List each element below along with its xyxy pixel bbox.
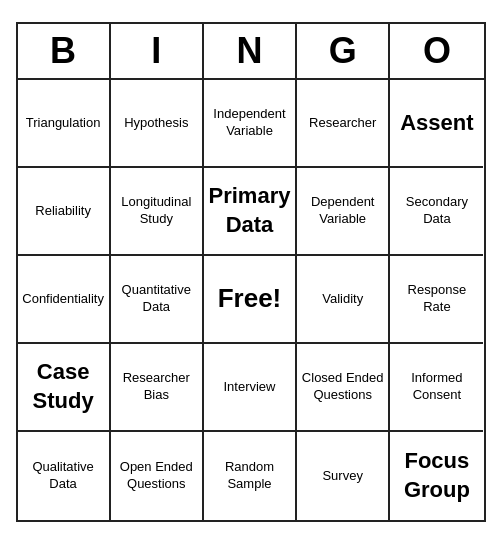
bingo-cell-18: Closed Ended Questions bbox=[297, 344, 390, 432]
bingo-cell-21: Open Ended Questions bbox=[111, 432, 204, 520]
bingo-cell-22: Random Sample bbox=[204, 432, 297, 520]
bingo-cell-2: Independent Variable bbox=[204, 80, 297, 168]
bingo-cell-9: Secondary Data bbox=[390, 168, 483, 256]
bingo-cell-7: Primary Data bbox=[204, 168, 297, 256]
bingo-cell-15: Case Study bbox=[18, 344, 111, 432]
bingo-cell-4: Assent bbox=[390, 80, 483, 168]
bingo-cell-24: Focus Group bbox=[390, 432, 483, 520]
bingo-cell-19: Informed Consent bbox=[390, 344, 483, 432]
bingo-letter-i: I bbox=[111, 24, 204, 78]
bingo-card: BINGO TriangulationHypothesisIndependent… bbox=[16, 22, 486, 522]
bingo-cell-10: Confidentiality bbox=[18, 256, 111, 344]
bingo-cell-3: Researcher bbox=[297, 80, 390, 168]
bingo-grid: TriangulationHypothesisIndependent Varia… bbox=[18, 80, 484, 520]
bingo-letter-b: B bbox=[18, 24, 111, 78]
bingo-cell-6: Longitudinal Study bbox=[111, 168, 204, 256]
bingo-cell-16: Researcher Bias bbox=[111, 344, 204, 432]
bingo-letter-o: O bbox=[390, 24, 483, 78]
bingo-cell-12: Free! bbox=[204, 256, 297, 344]
bingo-cell-20: Qualitative Data bbox=[18, 432, 111, 520]
bingo-cell-11: Quantitative Data bbox=[111, 256, 204, 344]
bingo-cell-13: Validity bbox=[297, 256, 390, 344]
bingo-cell-8: Dependent Variable bbox=[297, 168, 390, 256]
bingo-letter-g: G bbox=[297, 24, 390, 78]
bingo-cell-14: Response Rate bbox=[390, 256, 483, 344]
bingo-letter-n: N bbox=[204, 24, 297, 78]
bingo-cell-5: Reliability bbox=[18, 168, 111, 256]
bingo-header: BINGO bbox=[18, 24, 484, 80]
bingo-cell-23: Survey bbox=[297, 432, 390, 520]
bingo-cell-17: Interview bbox=[204, 344, 297, 432]
bingo-cell-0: Triangulation bbox=[18, 80, 111, 168]
bingo-cell-1: Hypothesis bbox=[111, 80, 204, 168]
